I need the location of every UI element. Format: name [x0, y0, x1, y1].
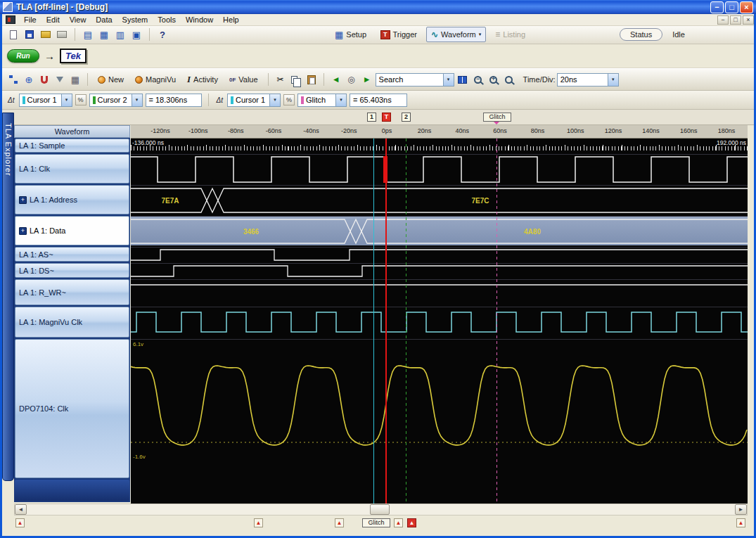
expand-bus-icon[interactable]: + [19, 196, 27, 204]
window-layout-icon-3[interactable]: ▥ [113, 28, 127, 41]
trigger-marker[interactable]: T [382, 113, 391, 122]
chevron-down-icon[interactable]: ▾ [608, 74, 618, 86]
expand-bus-icon[interactable]: + [19, 227, 27, 235]
open-file-icon[interactable] [39, 28, 53, 41]
chevron-down-icon[interactable]: ▾ [443, 74, 454, 86]
glitch-line[interactable] [496, 139, 497, 504]
chevron-down-icon[interactable]: ▾ [335, 94, 346, 106]
bookmark-marker[interactable]: ▲ [254, 518, 263, 527]
bookmark-marker[interactable]: ▲ [15, 518, 25, 527]
menu-item-data[interactable]: Data [91, 15, 117, 25]
timediv-combobox[interactable]: 20ns▾ [557, 73, 619, 87]
row-label-rwr[interactable]: LA 1: R_WR~ [15, 279, 129, 305]
window-layout-icon-1[interactable]: ▤ [81, 28, 95, 41]
delta-time-icon[interactable]: Δt [215, 96, 225, 104]
menu-item-file[interactable]: File [19, 15, 41, 25]
percent-button-2[interactable]: % [283, 94, 295, 105]
menu-item-view[interactable]: View [65, 15, 91, 25]
zoom-out-button[interactable] [471, 73, 485, 86]
row-label-sample[interactable]: LA 1: Sample [15, 139, 129, 153]
find-icon[interactable]: ◎ [345, 73, 359, 86]
status-button[interactable]: Status [620, 28, 662, 41]
sample-waveform-row[interactable]: -136.000 ns 192.000 ns [131, 139, 748, 153]
filter-icon[interactable] [53, 73, 67, 86]
setup-button[interactable]: ▦Setup [330, 27, 371, 42]
chevron-down-icon[interactable]: ▾ [61, 94, 72, 106]
window-layout-icon-4[interactable]: ▣ [129, 28, 143, 41]
maximize-button[interactable]: □ [725, 1, 738, 13]
prev-match-button[interactable]: ◄ [329, 73, 343, 86]
data-waveform-row[interactable]: 3466 4A80 [131, 216, 748, 245]
row-label-ds[interactable]: LA 1: DS~ [15, 263, 129, 278]
value-button[interactable]: 0FValue [224, 72, 263, 87]
horizontal-scrollbar[interactable]: ◄ ► [14, 504, 748, 515]
activity-button[interactable]: IActivity [182, 71, 223, 88]
delta-time-icon[interactable]: Δt [6, 96, 16, 104]
bookmark-marker[interactable]: ▲ [394, 518, 403, 527]
next-match-button[interactable]: ► [360, 73, 374, 86]
close-button[interactable]: × [740, 1, 753, 13]
glitch-marker-label[interactable]: Glitch [483, 113, 511, 122]
listing-button[interactable]: ≡Listing [490, 27, 530, 42]
scroll-thumb[interactable] [370, 504, 390, 515]
ds-waveform-row[interactable] [131, 263, 748, 278]
drag-drop-icon[interactable] [6, 73, 20, 86]
add-waveform-icon[interactable]: ⊕ [22, 73, 36, 86]
as-waveform-row[interactable] [131, 247, 748, 262]
cut-icon[interactable]: ✂ [274, 73, 288, 86]
row-label-data[interactable]: +LA 1: Data [15, 216, 129, 245]
minimize-button[interactable]: − [710, 1, 724, 13]
clk-waveform-row[interactable] [131, 154, 748, 184]
cursor1-marker[interactable]: 1 [367, 113, 376, 122]
address-waveform-row[interactable]: 7E7A 7E7C [131, 185, 748, 214]
cursor2-marker[interactable]: 2 [402, 113, 411, 122]
new-file-icon[interactable] [6, 28, 20, 41]
notes-icon[interactable] [456, 73, 470, 86]
properties-icon[interactable]: ▦ [68, 73, 82, 86]
cursor2-line[interactable] [406, 139, 406, 504]
cursor-select-2a[interactable]: Cursor 1▾ [227, 94, 281, 107]
magnet-icon[interactable] [37, 73, 51, 86]
row-label-clk[interactable]: LA 1: Clk [15, 154, 129, 184]
trigger-bottom-marker[interactable]: ▲ [407, 518, 416, 527]
menu-item-edit[interactable]: Edit [41, 15, 65, 25]
magnivu-waveform-row[interactable] [131, 307, 748, 338]
help-icon[interactable]: ? [155, 28, 169, 41]
menu-item-window[interactable]: Window [181, 15, 218, 25]
percent-button-1[interactable]: % [75, 94, 87, 105]
new-data-button[interactable]: New [93, 72, 129, 87]
mdi-minimize-button[interactable]: − [717, 15, 729, 25]
chevron-down-icon[interactable]: ▾ [132, 94, 142, 106]
cursor-select-1a[interactable]: Cursor 1▾ [19, 94, 72, 107]
zoom-in-button[interactable] [487, 73, 501, 86]
rwr-waveform-row[interactable] [131, 279, 748, 305]
scroll-right-button[interactable]: ► [735, 504, 747, 515]
menu-item-help[interactable]: Help [218, 15, 244, 25]
cursor1-line[interactable] [373, 139, 374, 504]
menu-item-system[interactable]: System [117, 15, 153, 25]
run-button[interactable]: Run [7, 49, 39, 63]
bookmark-marker[interactable]: ▲ [736, 518, 745, 527]
scroll-left-button[interactable]: ◄ [15, 504, 27, 515]
menu-item-tools[interactable]: Tools [153, 15, 181, 25]
waveform-column-header[interactable]: Waveform [14, 125, 130, 138]
row-label-address[interactable]: +LA 1: Address [15, 185, 129, 214]
dpo-waveform-row[interactable]: 6.1v -1.6v [131, 339, 748, 478]
mdi-close-button[interactable]: × [743, 15, 754, 25]
print-icon[interactable] [55, 28, 69, 41]
delta-readout-1[interactable]: = 18.306ns [146, 94, 202, 107]
chevron-down-icon[interactable]: ▾ [269, 94, 280, 106]
bookmark-marker[interactable]: ▲ [335, 518, 344, 527]
row-label-as[interactable]: LA 1: AS~ [15, 247, 129, 262]
glitch-select[interactable]: Glitch▾ [297, 94, 347, 107]
magnivu-button[interactable]: MagniVu [130, 72, 181, 87]
search-combobox[interactable]: Search▾ [376, 73, 454, 87]
waveform-canvas[interactable]: -120ns-100ns-80ns-60ns-40ns-20ns0ps20ns4… [131, 125, 748, 504]
window-layout-icon-2[interactable]: ▦ [97, 28, 111, 41]
save-icon[interactable] [23, 28, 37, 41]
glitch-bottom-label[interactable]: Glitch [362, 518, 390, 527]
delta-readout-2[interactable]: = 65.403ns [350, 94, 407, 107]
waveform-button[interactable]: ∿Wa​veform▾ [426, 27, 486, 42]
cursor-select-1b[interactable]: Cursor 2▾ [89, 94, 143, 107]
zoom-fit-button[interactable] [502, 73, 516, 86]
